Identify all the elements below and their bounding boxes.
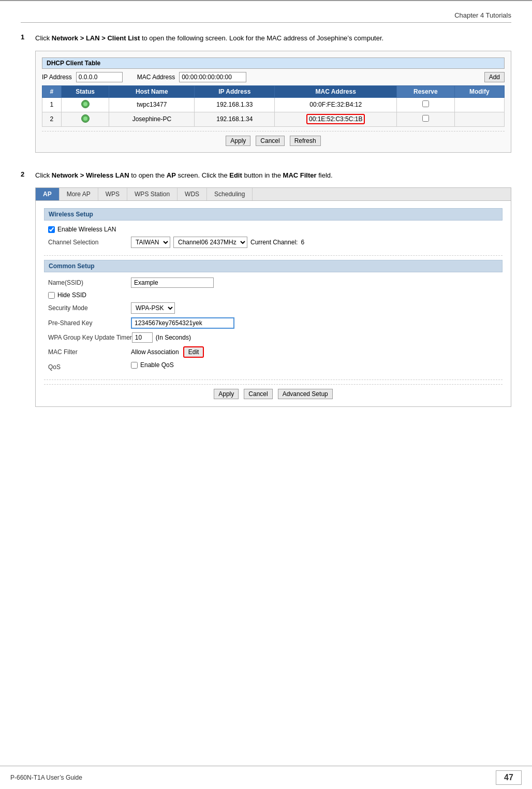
qos-row: QoS Enable QoS [48,361,498,372]
step2-text-mid2: screen. Click the [176,171,229,179]
tab-ap[interactable]: AP [36,188,60,200]
mac-filter-controls: Allow Association Edit [131,346,204,358]
col-mac: MAC Address [275,85,397,97]
col-hostname: Host Name [109,85,195,97]
row1-mac: 00:0F:FE:32:B4:12 [275,97,397,112]
tab-more-ap[interactable]: More AP [60,188,98,200]
row2-reserve [397,112,454,126]
channel-selection-label: Channel Selection [48,239,131,246]
ssid-input[interactable] [131,277,214,288]
status-icon-1 [81,100,90,108]
mac-address-label: MAC Address [137,74,175,81]
mac-filter-value: Allow Association [131,348,179,356]
row2-status [61,112,109,126]
common-setup-header: Common Setup [44,260,503,272]
wpa-timer-unit: (In Seconds) [156,334,191,341]
dhcp-cancel-button[interactable]: Cancel [256,136,284,146]
col-ip: IP Address [195,85,275,97]
enable-wireless-row: Enable Wireless LAN [48,226,498,233]
tab-wps[interactable]: WPS [98,188,127,200]
psk-input[interactable] [131,317,234,329]
channel-selection-row: Channel Selection TAIWAN Channel06 2437M… [48,237,498,248]
current-channel-value: 6 [301,239,304,246]
row2-ip: 192.168.1.34 [195,112,275,126]
qos-enable-label: Enable QoS [140,361,174,369]
channel-select[interactable]: Channel06 2437MHz [173,237,247,248]
dhcp-apply-button[interactable]: Apply [226,136,250,146]
chapter-title: Chapter 4 Tutorials [21,11,511,23]
step2-text-post: field. [317,171,333,179]
psk-label: Pre-Shared Key [48,319,131,327]
step2-text-pre: Click [35,171,52,179]
row1-host: twpc13477 [109,97,195,112]
hide-ssid-checkbox[interactable] [48,292,55,299]
step-number-2: 2 [21,170,35,407]
wlan-tabs: AP More AP WPS WPS Station WDS Schedulin… [36,188,511,201]
row1-status [61,97,109,112]
col-num: # [42,85,62,97]
wpa-timer-input[interactable] [132,332,153,343]
wlan-screen: AP More AP WPS WPS Station WDS Schedulin… [35,187,511,407]
step-1-text: Click Network > LAN > Client List to ope… [35,33,511,43]
row1-num: 1 [42,97,62,112]
tab-scheduling[interactable]: Scheduling [207,188,253,200]
col-modify: Modify [454,85,504,97]
mac-address-input[interactable] [179,72,246,82]
enable-wireless-checkbox[interactable] [48,226,55,233]
ssid-label: Name(SSID) [48,279,131,286]
mac-filter-edit-button[interactable]: Edit [183,346,204,358]
qos-checkbox[interactable] [131,362,138,369]
current-channel-label: Current Channel: [250,239,298,246]
table-row: 2 Josephine-PC 192.168.1.34 00:1E:52:C3:… [42,112,505,126]
security-mode-select[interactable]: WPA-PSK [131,302,175,314]
wlan-btn-row: Apply Cancel Advanced Setup [44,384,503,399]
wpa-timer-row: WPA Group Key Update Timer (In Seconds) [48,332,498,343]
step2-bold4: MAC Filter [283,171,317,179]
country-select[interactable]: TAIWAN [131,237,170,248]
common-setup-section: Name(SSID) Hide SSID Security Mode WPA-P… [44,277,503,372]
wireless-setup-header: Wireless Setup [44,208,503,221]
step1-text-post: to open the following screen. Look for t… [140,34,383,42]
step1-text-pre: Click [35,34,52,42]
hide-ssid-row: Hide SSID [48,291,498,299]
psk-row: Pre-Shared Key [48,317,498,329]
mac-filter-row: MAC Filter Allow Association Edit [48,346,498,358]
tab-wps-station[interactable]: WPS Station [127,188,178,200]
dhcp-client-table: # Status Host Name IP Address MAC Addres… [42,85,505,127]
security-mode-label: Security Mode [48,304,131,312]
step-2-text: Click Network > Wireless LAN to open the… [35,170,511,181]
step1-bold1: Network > LAN > Client List [52,34,140,42]
add-button[interactable]: Add [484,72,505,82]
dhcp-table-title: DHCP Client Table [42,57,505,69]
row1-reserve-checkbox[interactable] [422,100,429,107]
col-reserve: Reserve [397,85,454,97]
mac-highlight-josephine: 00:1E:52:C3:5C:1B [306,114,365,124]
step-number-1: 1 [21,33,35,158]
dhcp-refresh-button[interactable]: Refresh [290,136,321,146]
wlan-advanced-button[interactable]: Advanced Setup [278,389,333,399]
security-mode-row: Security Mode WPA-PSK [48,302,498,314]
wireless-setup-section: Enable Wireless LAN Channel Selection TA… [44,226,503,248]
row2-host: Josephine-PC [109,112,195,126]
ssid-row: Name(SSID) [48,277,498,288]
dhcp-form-row: IP Address MAC Address Add [42,72,505,82]
row1-reserve [397,97,454,112]
ip-address-label: IP Address [42,74,72,81]
ip-address-input[interactable] [76,72,123,82]
table-row: 1 twpc13477 192.168.1.33 00:0F:FE:32:B4:… [42,97,505,112]
mac-filter-label: MAC Filter [48,348,131,356]
page-number: 47 [496,770,522,785]
step2-bold1: Network > Wireless LAN [52,171,129,179]
tab-wds[interactable]: WDS [178,188,207,200]
row2-mac-highlighted: 00:1E:52:C3:5C:1B [275,112,397,126]
wlan-apply-button[interactable]: Apply [214,389,239,399]
channel-controls: TAIWAN Channel06 2437MHz Current Channel… [131,237,304,248]
qos-label: QoS [48,363,131,371]
row2-modify [454,112,504,126]
row2-reserve-checkbox[interactable] [422,115,429,122]
step-1-content: Click Network > LAN > Client List to ope… [35,33,511,158]
step2-text-mid1: to open the [129,171,167,179]
wlan-cancel-button[interactable]: Cancel [244,389,272,399]
wlan-body: Wireless Setup Enable Wireless LAN Chann… [36,201,511,406]
qos-enable-row: Enable QoS [131,361,174,369]
